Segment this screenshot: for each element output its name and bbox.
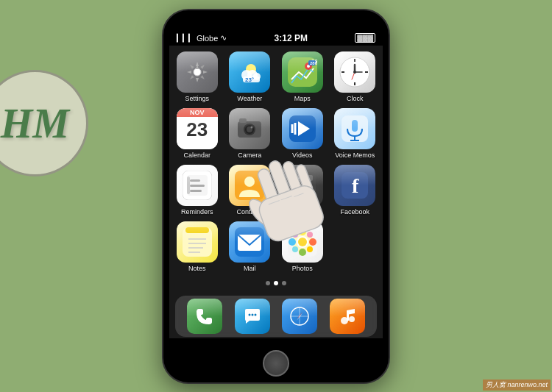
watermark: 男人窝 nanrenwo.net <box>483 379 551 391</box>
svg-rect-42 <box>187 177 190 194</box>
maps-icon: 280 280 <box>282 51 323 93</box>
svg-text:23°: 23° <box>245 76 254 83</box>
svg-point-68 <box>289 238 296 246</box>
svg-point-72 <box>292 246 298 252</box>
app-mail[interactable]: Mail <box>227 221 274 272</box>
svg-marker-87 <box>347 309 355 315</box>
app-voice-memos[interactable]: Voice Memos <box>332 108 379 159</box>
svg-point-22 <box>353 71 356 74</box>
dock <box>175 296 377 337</box>
clock-icon <box>334 51 375 93</box>
svg-point-70 <box>292 232 298 238</box>
battery-icon: ▓▓▓ <box>355 33 375 43</box>
hm-logo-text: HM <box>1 100 69 147</box>
camera-label: Camera <box>238 152 261 159</box>
photos-icon <box>282 221 323 263</box>
status-right: ▓▓▓ <box>355 33 375 43</box>
calculator-label: Calculator <box>287 208 317 215</box>
app-photos[interactable]: Photos <box>279 221 326 272</box>
app-weather[interactable]: 23° Weather <box>227 51 274 102</box>
app-calendar[interactable]: NOV 23 Calendar <box>174 108 221 159</box>
home-button[interactable] <box>263 350 289 377</box>
weather-icon: 23° <box>229 51 270 93</box>
dock-phone[interactable] <box>187 299 222 334</box>
svg-point-76 <box>248 313 250 316</box>
svg-text:280: 280 <box>310 61 317 65</box>
app-maps[interactable]: 280 280 Maps <box>279 51 326 102</box>
svg-point-52 <box>306 191 311 196</box>
svg-point-28 <box>251 126 253 128</box>
status-left: ▎▎▎ Globe ∿ <box>177 33 227 43</box>
dock-messages[interactable] <box>235 299 270 334</box>
svg-point-85 <box>349 316 355 322</box>
page-dot-1[interactable] <box>274 281 278 285</box>
svg-point-0 <box>194 68 201 76</box>
app-videos[interactable]: Videos <box>279 108 326 159</box>
calendar-month: NOV <box>177 108 218 117</box>
svg-point-49 <box>306 185 311 189</box>
app-reminders[interactable]: Reminders <box>174 165 221 215</box>
camera-icon <box>229 108 270 149</box>
facebook-icon: f <box>334 165 375 206</box>
time-display: 3:12 PM <box>275 33 308 43</box>
calendar-date: 23 <box>177 117 218 139</box>
svg-point-50 <box>294 191 299 196</box>
notes-label: Notes <box>188 265 206 272</box>
signal-bars: ▎▎▎ <box>177 34 194 42</box>
svg-point-75 <box>298 238 307 246</box>
phone-screen: ▎▎▎ Globe ∿ 3:12 PM ▓▓▓ <box>169 31 383 338</box>
svg-rect-41 <box>190 190 202 192</box>
facebook-label: Facebook <box>340 208 369 215</box>
svg-point-67 <box>299 249 306 256</box>
page-dot-2[interactable] <box>282 281 286 285</box>
videos-label: Videos <box>292 152 312 159</box>
app-camera[interactable]: Camera <box>227 108 274 159</box>
app-settings[interactable]: Settings <box>174 51 221 102</box>
hm-logo-circle: HM <box>0 70 88 177</box>
svg-point-48 <box>300 185 305 189</box>
svg-point-47 <box>294 185 299 189</box>
voicememos-icon <box>334 108 375 149</box>
clock-label: Clock <box>347 95 364 102</box>
notes-icon <box>177 221 218 263</box>
mail-icon <box>229 221 270 263</box>
app-notes[interactable]: Notes <box>174 221 221 272</box>
svg-rect-39 <box>190 179 200 182</box>
reminders-label: Reminders <box>181 208 213 215</box>
page-indicator <box>169 278 383 288</box>
contacts-label: Contacts <box>236 208 263 215</box>
svg-point-44 <box>244 177 255 187</box>
app-contacts[interactable]: Contacts <box>227 165 274 215</box>
svg-point-66 <box>299 228 306 235</box>
phone-frame: ▎▎▎ Globe ∿ 3:12 PM ▓▓▓ <box>162 9 390 384</box>
svg-point-71 <box>307 232 313 238</box>
carrier-name: Globe <box>197 34 218 43</box>
svg-text:+ × ÷: + × ÷ <box>297 176 308 181</box>
svg-rect-24 <box>239 118 247 123</box>
svg-rect-57 <box>185 227 209 233</box>
calculator-icon: + × ÷ <box>282 165 323 206</box>
svg-text:f: f <box>352 174 359 197</box>
reminders-icon <box>177 165 218 206</box>
app-grid: Settings 23° Weather <box>169 46 383 278</box>
app-clock[interactable]: Clock <box>332 51 379 102</box>
mail-label: Mail <box>244 265 256 272</box>
status-bar: ▎▎▎ Globe ∿ 3:12 PM ▓▓▓ <box>169 31 383 46</box>
app-facebook[interactable]: f Facebook <box>332 165 379 215</box>
svg-rect-40 <box>190 185 205 187</box>
page-dot-0[interactable] <box>266 281 270 285</box>
wifi-icon: ∿ <box>220 33 227 43</box>
maps-label: Maps <box>294 95 311 102</box>
svg-rect-34 <box>352 120 358 132</box>
calendar-icon: NOV 23 <box>177 108 218 149</box>
dock-itunes[interactable] <box>330 299 365 334</box>
svg-point-69 <box>309 238 316 246</box>
dock-safari[interactable] <box>282 299 317 334</box>
calendar-label: Calendar <box>183 152 210 159</box>
svg-point-77 <box>251 313 253 316</box>
voicememos-label: Voice Memos <box>335 152 375 159</box>
svg-rect-86 <box>347 310 349 321</box>
photos-label: Photos <box>292 265 313 272</box>
app-calculator[interactable]: + × ÷ Calculator <box>279 165 326 215</box>
settings-label: Settings <box>185 95 209 102</box>
